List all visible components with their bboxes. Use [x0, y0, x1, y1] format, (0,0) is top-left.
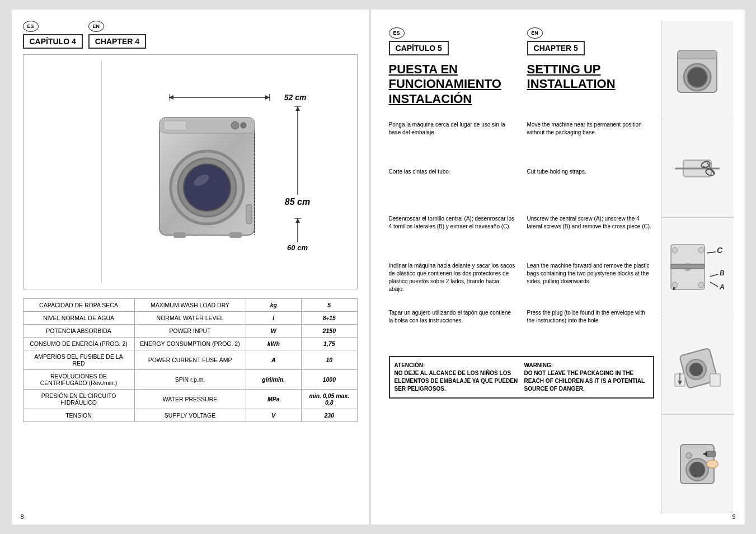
page-spread: ES CAPÍTULO 4 EN CHAPTER 4: [12, 10, 745, 524]
height-label: 85 cm: [285, 197, 310, 207]
instructions-container: Ponga la máquina cerca del lugar de uso …: [389, 121, 654, 348]
svg-text:C: C: [717, 246, 723, 255]
chapter-header-left: ES CAPÍTULO 4 EN CHAPTER 4: [23, 21, 358, 49]
svg-line-52: [710, 274, 718, 277]
spec-unit: MPa: [246, 390, 302, 409]
spec-en: POWER INPUT: [134, 325, 246, 338]
instruction-img-3: A B C B A: [661, 218, 734, 316]
svg-rect-16: [229, 232, 242, 238]
instruction-img-5: [661, 415, 734, 513]
spec-es: AMPERIOS DEL FUSIBLE DE LA RED: [23, 350, 134, 370]
depth-dimension: [292, 218, 303, 242]
svg-rect-9: [164, 121, 186, 130]
table-row: PRESIÓN EN EL CIRCUITO HIDRÁULICO WATER …: [23, 390, 357, 409]
table-row: TENSION SUPPLY VOLTAGE V 230: [23, 409, 357, 422]
svg-point-45: [698, 282, 704, 288]
svg-point-68: [707, 460, 718, 468]
flag-en-left: EN: [88, 21, 104, 32]
svg-marker-24: [295, 218, 300, 223]
instruction-pair: Desenroscar el tornillo central (A); des…: [389, 215, 654, 254]
instruction-pair: Ponga la máquina cerca del lugar de uso …: [389, 121, 654, 160]
instruction-img-1: [661, 21, 734, 119]
spec-value: min. 0,05 max. 0,8: [302, 390, 358, 409]
section-title-es: PUESTA EN FUNCIONAMIENTO INSTALACIÓN: [389, 62, 516, 106]
spec-value: 2150: [302, 325, 358, 338]
chapter-en-right: EN CHAPTER 5: [527, 27, 654, 55]
spec-en: MAXIMUM WASH LOAD DRY: [134, 299, 246, 312]
chapter-label-en-left: CHAPTER 4: [88, 34, 146, 49]
svg-rect-15: [173, 232, 186, 238]
img-lean-forward: [672, 340, 722, 391]
spec-es: NIVEL NORMAL DE AGUA: [23, 312, 134, 325]
img-washer-front: [672, 45, 722, 95]
spec-en: SPIN r.p.m.: [134, 370, 246, 390]
spec-es: REVOLUCIONES DE CENTRIFUGADO (Rev./min.): [23, 370, 134, 390]
instruction-en-5: Press the plug (to be found in the envel…: [527, 309, 654, 348]
height-dimension: [292, 106, 303, 195]
spec-unit: V: [246, 409, 302, 422]
table-row: NIVEL NORMAL DE AGUA NORMAL WATER LEVEL …: [23, 312, 357, 325]
spec-en: SUPPLY VOLTAGE: [134, 409, 246, 422]
spec-en: WATER PRESSURE: [134, 390, 246, 409]
svg-marker-19: [295, 106, 300, 111]
spec-es: CAPACIDAD DE ROPA SECA: [23, 299, 134, 312]
instruction-es-2: Corte las cintas del tubo.: [389, 168, 516, 207]
width-dimension: [169, 92, 281, 103]
instruction-pair: Corte las cintas del tubo. Cut tube-hold…: [389, 168, 654, 207]
instruction-en-4: Lean the machine forward and remove the …: [527, 262, 654, 301]
spec-es: CONSUMO DE ENERGÍA (PROG. 2): [23, 338, 134, 350]
table-row: CONSUMO DE ENERGÍA (PROG. 2) ENERGY CONS…: [23, 338, 357, 350]
table-row: REVOLUCIONES DE CENTRIFUGADO (Rev./min.)…: [23, 370, 357, 390]
instruction-en-1: Move the machine near its permanent posi…: [527, 121, 654, 160]
chapter-label-es-left: CAPÍTULO 4: [23, 34, 83, 49]
svg-rect-29: [678, 50, 717, 59]
spec-value: 10: [302, 350, 358, 370]
warning-es: ATENCIÓN: NO DEJE AL ALCANCE DE LOS NIÑO…: [395, 362, 519, 393]
washer-svg: [148, 106, 271, 252]
table-row: AMPERIOS DEL FUSIBLE DE LA RED POWER CUR…: [23, 350, 357, 370]
spec-unit: kWh: [246, 338, 302, 350]
svg-point-8: [241, 123, 246, 128]
svg-point-7: [231, 121, 239, 129]
svg-marker-2: [265, 95, 270, 100]
chapter-es-left: ES CAPÍTULO 4: [23, 21, 83, 49]
svg-text:A: A: [719, 283, 725, 291]
svg-point-31: [687, 67, 707, 87]
page-number-left: 8: [21, 513, 24, 520]
img-cut-straps: [672, 143, 722, 194]
spec-en: POWER CURRENT FUSE AMP: [134, 350, 246, 370]
svg-line-53: [710, 282, 718, 287]
svg-marker-1: [169, 95, 173, 100]
width-label: 52 cm: [284, 93, 307, 102]
spec-es: PRESIÓN EN EL CIRCUITO HIDRÁULICO: [23, 390, 134, 409]
page-left: ES CAPÍTULO 4 EN CHAPTER 4: [12, 10, 369, 524]
spec-unit: kg: [246, 299, 302, 312]
svg-text:B: B: [720, 269, 725, 277]
spec-en: ENERGY CONSUMPTION (PROG. 2): [134, 338, 246, 350]
diagram-section: 52 cm: [23, 54, 358, 289]
svg-point-42: [672, 247, 678, 253]
instruction-en-2: Cut tube-holding straps.: [527, 168, 654, 207]
svg-point-64: [686, 453, 692, 458]
flag-es-left: ES: [23, 21, 39, 32]
instruction-pair: Tapar un agujero utilizando el tapón que…: [389, 309, 654, 348]
svg-point-63: [689, 462, 705, 477]
spec-unit: W: [246, 325, 302, 338]
flag-es-right: ES: [389, 27, 405, 39]
instruction-images: A B C B A: [661, 21, 734, 513]
spec-unit: giri/min.: [246, 370, 302, 390]
spec-value: 8÷15: [302, 312, 358, 325]
section-title-en: SETTING UP INSTALLATION: [527, 62, 654, 92]
chapter-label-es-right: CAPÍTULO 5: [389, 41, 449, 55]
chapter-label-en-right: CHAPTER 5: [527, 41, 585, 55]
img-screws: A B C B A: [666, 236, 728, 298]
warning-box: ATENCIÓN: NO DEJE AL ALCANCE DE LOS NIÑO…: [389, 356, 654, 399]
instruction-en-3: Unscrew the central screw (A); unscrew t…: [527, 215, 654, 254]
instruction-es-4: Inclinar la máquina hacia delante y saca…: [389, 262, 516, 301]
spec-value: 1000: [302, 370, 358, 390]
spec-es: TENSION: [23, 409, 134, 422]
diagram-col: 52 cm: [107, 60, 351, 283]
table-row: POTENCIA ABSORBIDA POWER INPUT W 2150: [23, 325, 357, 338]
svg-rect-47: [671, 264, 705, 269]
chapter-es-right: ES CAPÍTULO 5: [389, 27, 516, 55]
